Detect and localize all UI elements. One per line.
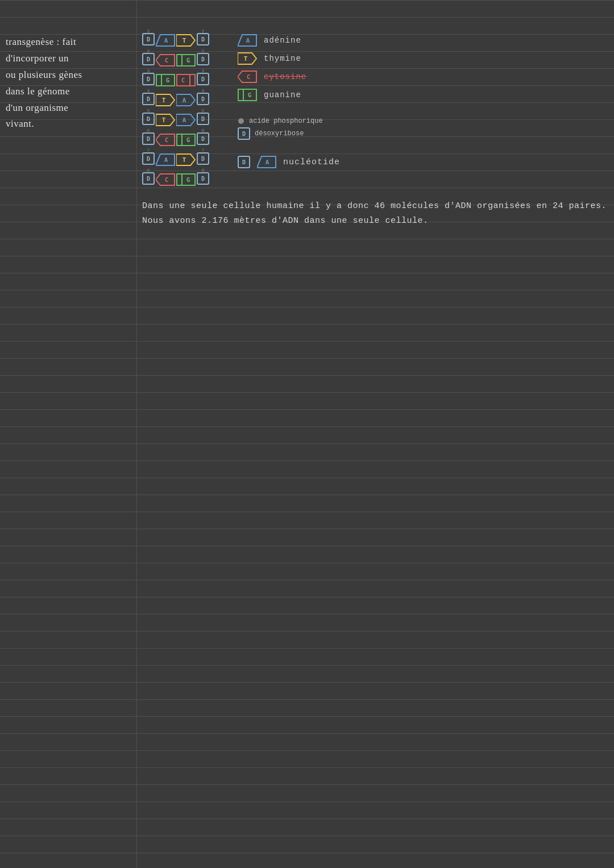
svg-text:G: G xyxy=(166,77,170,84)
d-box-wrap-4: 4 D xyxy=(142,93,155,108)
d-square-7r: D xyxy=(197,152,209,165)
desoxyribose-label: désoxyribose xyxy=(255,130,304,138)
dna-row-8: 8 D C G 8 D xyxy=(142,171,209,189)
base-T2-svg: T xyxy=(156,94,175,106)
d-box-wrap-5: 5 D xyxy=(142,113,155,128)
base-G3-svg: G xyxy=(176,134,196,146)
svg-text:D: D xyxy=(201,176,205,182)
dna-row-2: 2 D C G 2 D xyxy=(142,51,209,69)
d-square-7: D xyxy=(142,152,155,165)
svg-text:D: D xyxy=(201,156,205,162)
svg-text:T: T xyxy=(244,55,248,63)
svg-text:A: A xyxy=(182,117,186,124)
base-C3-svg: C xyxy=(156,134,175,146)
svg-point-78 xyxy=(238,118,244,124)
svg-text:D: D xyxy=(147,176,150,182)
svg-text:G: G xyxy=(186,57,190,64)
svg-text:D: D xyxy=(147,116,150,122)
svg-text:A: A xyxy=(164,156,168,164)
legend-adenine: A adénine xyxy=(238,34,340,47)
svg-text:D: D xyxy=(147,156,150,162)
base-A-svg: A xyxy=(156,34,175,47)
legend-G-shape: G xyxy=(238,89,257,101)
d-square-r: D xyxy=(197,33,209,45)
base-G4-svg: G xyxy=(176,173,196,186)
base-G-svg: G xyxy=(176,54,196,67)
base-C2-svg: C xyxy=(176,74,196,86)
dna-strand: 1 D A T 1 D xyxy=(142,31,209,189)
d-box-wrap-6r: 6 D xyxy=(197,132,209,148)
left-column: transgenèse : fait d'incorporer un ou pl… xyxy=(6,34,131,132)
d-box-wrap-8r: 8 D xyxy=(197,172,209,188)
d-square: D xyxy=(142,33,155,45)
svg-text:C: C xyxy=(165,57,169,64)
legend-A-shape: A xyxy=(238,34,257,47)
svg-text:D: D xyxy=(147,76,150,82)
base-T-svg: T xyxy=(176,34,196,47)
svg-text:A: A xyxy=(164,37,168,44)
svg-text:D: D xyxy=(242,131,246,137)
svg-text:G: G xyxy=(186,176,190,184)
dna-area: 1 D A T 1 D xyxy=(142,31,608,189)
base-A3-svg: A xyxy=(176,114,196,126)
d-box-wrap-3r: 3 D xyxy=(197,73,209,88)
base-G2-svg: G xyxy=(156,74,175,86)
nucleotide-label: nucléotide xyxy=(283,157,340,167)
d-box-wrap-6: 6 D xyxy=(142,132,155,148)
svg-text:D: D xyxy=(201,56,205,63)
base-T3-svg: T xyxy=(156,114,175,126)
legend-adenine-label: adénine xyxy=(264,36,301,45)
left-column-text: transgenèse : fait d'incorporer un ou pl… xyxy=(6,34,131,132)
dna-row-1: 1 D A T 1 D xyxy=(142,31,209,49)
svg-text:T: T xyxy=(162,97,166,104)
d-box-wrap: 1 D xyxy=(142,33,155,48)
legend-nucleotide: D A nucléotide xyxy=(238,156,340,168)
d-square-4r: D xyxy=(197,93,209,105)
d-square-4: D xyxy=(142,93,155,105)
svg-text:T: T xyxy=(182,37,186,44)
phosphoric-dot xyxy=(238,118,244,124)
d-box-wrap-5r: 5 D xyxy=(197,113,209,128)
d-square-2: D xyxy=(142,53,155,65)
base-A4-svg: A xyxy=(156,153,175,166)
svg-text:D: D xyxy=(201,76,205,82)
dna-row-3: 3 D G C 3 D xyxy=(142,71,209,89)
dna-row-4: 4 D T A 4 D xyxy=(142,91,209,109)
svg-text:C: C xyxy=(165,136,169,144)
svg-text:D: D xyxy=(201,136,205,142)
nucleotide-A-shape: A xyxy=(257,156,276,168)
svg-text:A: A xyxy=(265,159,269,166)
legend-C-shape: C xyxy=(238,70,257,83)
d-box-wrap-7: 7 D xyxy=(142,152,155,168)
main-content: 1 D A T 1 D xyxy=(142,31,608,228)
legend-guanine-label: guanine xyxy=(264,90,301,99)
legend-area: A adénine T thymine C cytosine xyxy=(238,34,340,168)
legend-cytosine-label: cytosine xyxy=(264,72,306,81)
vertical-divider xyxy=(136,0,137,868)
d-box-wrap-8: 8 D xyxy=(142,172,155,188)
d-box-wrap-r: 1 D xyxy=(197,33,209,48)
svg-rect-22 xyxy=(177,74,195,86)
d-square-5: D xyxy=(142,113,155,125)
svg-text:T: T xyxy=(162,117,166,124)
d-square-3: D xyxy=(142,73,155,85)
base-C-svg: C xyxy=(156,54,175,67)
svg-text:D: D xyxy=(201,36,205,43)
base-A2-svg: A xyxy=(176,94,196,106)
d-square-8: D xyxy=(142,172,155,185)
svg-text:D: D xyxy=(201,116,205,122)
d-box-wrap-7r: 7 D xyxy=(197,152,209,168)
legend-thymine-label: thymine xyxy=(264,54,301,63)
d-square-8r: D xyxy=(197,172,209,185)
d-square-6: D xyxy=(142,132,155,145)
base-C4-svg: C xyxy=(156,173,175,186)
legend-guanine: G guanine xyxy=(238,89,340,101)
dna-row-5: 5 D T A 5 D xyxy=(142,111,209,129)
d-box-wrap-3: 3 D xyxy=(142,73,155,88)
svg-text:C: C xyxy=(181,77,185,84)
svg-text:A: A xyxy=(246,37,250,44)
svg-text:D: D xyxy=(201,96,205,102)
svg-text:D: D xyxy=(242,159,246,165)
legend-cytosine: C cytosine xyxy=(238,70,340,83)
d-square-3r: D xyxy=(197,73,209,85)
